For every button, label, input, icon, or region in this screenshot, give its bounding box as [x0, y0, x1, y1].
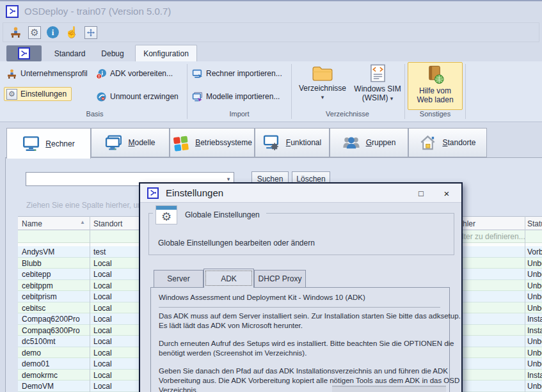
button-label-line2: (WSIM) ▾	[362, 93, 394, 103]
adk-paragraph-1: Das ADK muss auf dem Server installiert …	[159, 311, 461, 331]
column-divider	[525, 216, 525, 392]
cell-standort: Local	[93, 281, 112, 290]
person-desk-icon	[6, 68, 17, 79]
tab-betriebssysteme[interactable]: Betriebssysteme	[170, 128, 255, 157]
cell-standort: Local	[93, 371, 112, 380]
cell-name: cebitsc	[22, 304, 45, 313]
monitor-gear-icon	[263, 134, 280, 152]
cell-standort: Local	[93, 270, 112, 279]
application-menu-button[interactable]	[6, 45, 42, 61]
dropdown-arrow-icon: ▾	[321, 93, 324, 102]
cell-name: dc5100mt	[22, 337, 56, 346]
unmount-erzwingen-button[interactable]: Unmount erzwingen	[96, 90, 179, 104]
cell-standort: Local	[93, 315, 112, 324]
cell-name: Compaq6200Pro	[22, 315, 80, 324]
tab-label: Betriebssysteme	[195, 138, 252, 147]
filter-hint-fragment: lter zu definieren...	[462, 232, 525, 241]
cell-status: Unbe	[527, 292, 542, 301]
ribbon-tab-konfiguration[interactable]: Konfiguration	[135, 45, 197, 62]
column-header-standort[interactable]: Standort	[93, 219, 122, 228]
app-logo-icon	[6, 5, 19, 18]
unmount-icon	[96, 91, 107, 102]
verzeichnisse-dropdown-button[interactable]: Verzeichnisse ▾	[296, 62, 349, 110]
tab-modelle[interactable]: Modelle	[91, 128, 170, 157]
models-import-icon	[192, 91, 203, 102]
cell-name: DemoVM	[22, 382, 54, 391]
monitors-icon	[105, 134, 122, 151]
cell-standort: Local	[93, 304, 112, 313]
close-button[interactable]: ×	[440, 187, 454, 200]
cell-status: Unbe	[527, 382, 542, 391]
cell-status: Unbe	[527, 281, 542, 290]
einstellungen-button[interactable]: ⚙ Einstellungen	[4, 87, 72, 101]
ribbon-group-label-import: Import	[191, 110, 288, 118]
dialog-tab-server[interactable]: Server	[154, 270, 203, 288]
windows-sim-dropdown-button[interactable]: Windows SIM (WSIM) ▾	[351, 62, 404, 110]
ribbon-tab-debug[interactable]: Debug	[96, 46, 129, 61]
cell-standort: Local	[93, 349, 112, 357]
title-bar: OSDeploy - train07 (Version 5.0.7)	[0, 1, 542, 21]
cell-standort: Local	[93, 359, 112, 368]
company-profile-icon[interactable]	[8, 26, 22, 40]
tab-standorte[interactable]: Standorte	[408, 128, 487, 157]
column-divider	[90, 216, 90, 392]
dialog-tab-adk[interactable]: ADK	[203, 269, 254, 288]
cell-status: Unbe	[527, 270, 542, 279]
hilfe-vom-web-laden-button[interactable]: Hilfe vom Web laden	[408, 62, 463, 110]
cell-status: Insta	[527, 371, 542, 380]
cell-standort: Local	[93, 382, 112, 391]
people-group-icon	[342, 135, 360, 151]
cell-standort: Local	[93, 326, 112, 335]
button-label: Einstellungen	[20, 90, 67, 98]
maximize-button[interactable]: □	[414, 187, 428, 200]
button-label: Unternehmensprofil	[20, 69, 88, 78]
adk-heading: Windows Assessment und Deployment Kit - …	[159, 293, 365, 302]
ribbon-group-label-sonstiges: Sonstiges	[408, 110, 463, 118]
global-settings-gear-icon: ⚙	[155, 205, 177, 224]
ribbon-tab-standard[interactable]: Standard	[48, 46, 92, 61]
hand-pointer-icon[interactable]: ☝	[65, 26, 79, 40]
cell-name: cebitepp	[22, 270, 51, 279]
computer-import-icon	[192, 68, 203, 79]
rechner-importieren-button[interactable]: Rechner importieren...	[192, 67, 282, 81]
ribbon-group-label-basis: Basis	[5, 110, 184, 118]
xml-document-icon	[370, 64, 386, 84]
button-label: Hilfe vom	[419, 86, 451, 95]
dialog-description: Globale Einstellungen bearbeiten oder än…	[158, 239, 315, 247]
cell-standort: Local	[93, 259, 112, 268]
tab-label: Standorte	[442, 138, 475, 147]
tab-label: Gruppen	[366, 138, 396, 147]
tab-funktional[interactable]: Funktional	[255, 128, 330, 157]
cell-standort: Local	[93, 337, 112, 346]
adk-vorbereiten-button[interactable]: ADK vorbereiten...	[96, 67, 173, 81]
button-label: ADK vorbereiten...	[110, 69, 173, 78]
column-header-zaehler-fragment[interactable]: hler	[463, 219, 475, 228]
column-header-name[interactable]: Name	[22, 219, 42, 228]
settings-gear-icon[interactable]: ⚙	[28, 26, 41, 39]
dropdown-arrow-icon: ▾	[390, 95, 394, 102]
gear-icon: ⚙	[6, 89, 17, 100]
einstellungen-dialog: Einstellungen □ × ⚙ Globale Einstellunge…	[139, 182, 463, 392]
button-label: Windows SIM	[354, 84, 401, 93]
modelle-importieren-button[interactable]: Modelle importieren...	[192, 90, 280, 104]
tab-rechner[interactable]: Rechner	[6, 128, 91, 159]
dialog-app-icon	[147, 187, 159, 199]
cell-status: Insta	[527, 315, 542, 324]
unternehmensprofil-button[interactable]: Unternehmensprofil	[6, 67, 88, 81]
ribbon-separator	[465, 64, 466, 119]
legend-label: Globale Einstellungen	[185, 210, 260, 219]
info-icon[interactable]: i	[47, 26, 59, 38]
help-book-globe-icon	[426, 65, 445, 86]
adk-tab-panel: Windows Assessment und Deployment Kit - …	[150, 287, 450, 392]
dialog-tab-dhcp-proxy[interactable]: DHCP Proxy	[254, 270, 306, 288]
cell-standort: Local	[93, 292, 112, 301]
dialog-bottom-control[interactable]	[332, 386, 446, 392]
button-label: Unmount erzwingen	[110, 92, 179, 101]
info-warning-icon	[96, 68, 107, 79]
tab-gruppen[interactable]: Gruppen	[330, 128, 408, 157]
windows-logo-icon	[172, 134, 189, 152]
house-icon	[419, 134, 436, 152]
column-header-status-fragment[interactable]: Statu	[527, 219, 542, 228]
dialog-title-bar[interactable]: Einstellungen	[140, 184, 461, 203]
move-icon[interactable]	[84, 26, 97, 39]
